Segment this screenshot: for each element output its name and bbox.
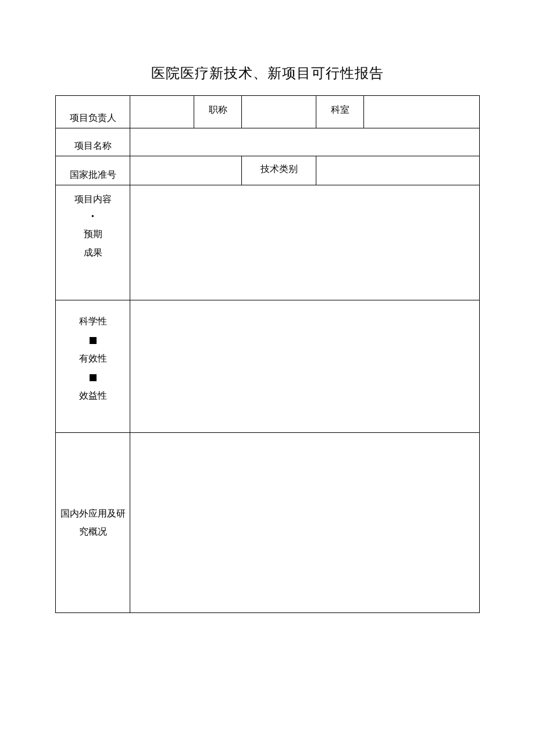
form-table: 项目负责人 职称 科室 项目名称 国家批准号 技术类别 项目内容 • 预期 成 xyxy=(55,95,480,613)
label-content-results-line2: 预期 xyxy=(58,225,127,243)
label-tech-category: 技术类别 xyxy=(242,156,316,185)
row-research-overview: 国内外应用及研 究概况 xyxy=(56,433,480,613)
label-department: 科室 xyxy=(316,96,364,128)
row-content-results: 项目内容 • 预期 成果 xyxy=(56,185,480,300)
row-project-name: 项目名称 xyxy=(56,128,480,156)
bullet-icon: • xyxy=(58,209,127,225)
label-project-name: 项目名称 xyxy=(56,128,130,156)
label-content-results-line3: 成果 xyxy=(58,243,127,262)
label-project-leader: 项目负责人 xyxy=(56,96,130,128)
label-research-overview: 国内外应用及研 究概况 xyxy=(56,433,130,613)
label-professional-title: 职称 xyxy=(194,96,242,128)
value-national-approval xyxy=(130,156,242,185)
value-content-results xyxy=(130,185,480,300)
label-validity: 科学性 有效性 效益性 xyxy=(56,300,130,433)
label-content-results-line1: 项目内容 xyxy=(58,190,127,209)
value-department xyxy=(364,96,480,128)
square-icon xyxy=(58,368,127,386)
label-scientific: 科学性 xyxy=(58,312,127,331)
page-title: 医院医疗新技术、新项目可行性报告 xyxy=(55,64,480,83)
value-project-name xyxy=(130,128,480,156)
value-professional-title xyxy=(242,96,316,128)
value-validity xyxy=(130,300,480,433)
label-effective: 有效性 xyxy=(58,349,127,368)
value-research-overview xyxy=(130,433,480,613)
label-research-overview-line1: 国内外应用及研 xyxy=(58,505,127,522)
value-tech-category xyxy=(316,156,480,185)
label-research-overview-line2: 究概况 xyxy=(58,523,127,540)
label-content-results: 项目内容 • 预期 成果 xyxy=(56,185,130,300)
row-validity: 科学性 有效性 效益性 xyxy=(56,300,480,433)
square-icon xyxy=(58,331,127,349)
label-benefit: 效益性 xyxy=(58,386,127,405)
document-page: 医院医疗新技术、新项目可行性报告 项目负责人 职称 科室 项目名称 国家批准号 xyxy=(0,0,535,613)
label-national-approval: 国家批准号 xyxy=(56,156,130,185)
value-project-leader xyxy=(130,96,194,128)
row-approval: 国家批准号 技术类别 xyxy=(56,156,480,185)
row-leader: 项目负责人 职称 科室 xyxy=(56,96,480,128)
